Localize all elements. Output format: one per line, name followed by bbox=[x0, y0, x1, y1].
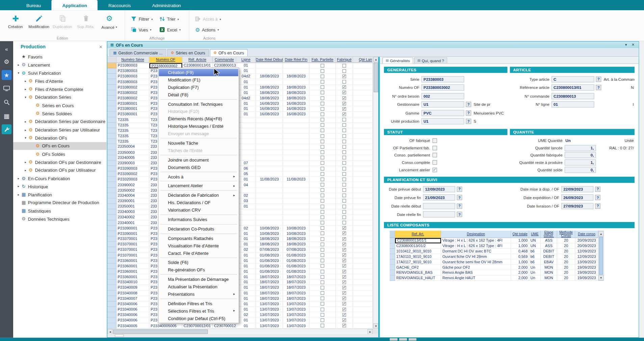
field-input[interactable]: 21/09/2023 bbox=[423, 194, 455, 200]
row-selector[interactable] bbox=[107, 150, 117, 155]
context-menu-item-re-generation-ofs[interactable]: Re-génération OFs bbox=[159, 266, 238, 274]
cell-numero-serie[interactable]: 23390001 bbox=[117, 198, 149, 204]
cell-date-reel-fin[interactable] bbox=[283, 209, 309, 215]
checkbox[interactable] bbox=[342, 264, 346, 268]
cell-fabrique[interactable] bbox=[336, 264, 353, 269]
cell-date-reel-debut[interactable]: 18/08/2023 bbox=[256, 90, 283, 96]
cell-qte-lancee[interactable] bbox=[353, 193, 373, 198]
row-selector[interactable] bbox=[107, 236, 117, 242]
tab-ofs-en-cours[interactable]: ⚙OFs en Cours bbox=[210, 49, 248, 56]
nav-item-files-d-attente[interactable]: ▸⚙Files d'Attente bbox=[13, 77, 107, 85]
cell-date-reel-debut[interactable] bbox=[256, 133, 283, 139]
cell-date-reel-debut[interactable] bbox=[256, 166, 283, 171]
field-input[interactable]: 0, bbox=[565, 167, 596, 173]
cell-fabrique[interactable] bbox=[336, 253, 353, 258]
cell-ume[interactable]: Un bbox=[529, 270, 541, 275]
checkbox[interactable] bbox=[320, 259, 324, 263]
cell-date-reel-fin[interactable]: 16/08/2023 bbox=[283, 101, 309, 106]
select-all-corner[interactable] bbox=[107, 57, 117, 63]
field-input[interactable] bbox=[423, 211, 455, 217]
context-menu-item-ma-presentation-de-demarrage[interactable]: Ma Présentation de Démarrage bbox=[159, 276, 238, 283]
checkbox[interactable] bbox=[342, 183, 346, 187]
cell-date-reel-debut[interactable]: 01/08/2023 bbox=[256, 264, 283, 269]
cell-date-reel-fin[interactable]: 13/07/2023 bbox=[283, 323, 309, 328]
checkbox[interactable] bbox=[342, 286, 346, 290]
cell-etape-conso[interactable]: MON bbox=[541, 270, 557, 275]
cell-fabrique[interactable] bbox=[336, 323, 353, 328]
composants-scroll-thumb[interactable] bbox=[599, 237, 603, 275]
context-menu-item-his-declarations-of[interactable]: His. Déclarations / OF bbox=[159, 199, 238, 206]
context-menu-item-actualiser-la-presentation[interactable]: Actualiser la Présentation bbox=[159, 283, 238, 290]
composant-column-date-conso[interactable]: Date conso bbox=[575, 230, 598, 238]
cell-fab-partielle[interactable] bbox=[309, 90, 336, 96]
cell-numero-serie[interactable]: P23360001 bbox=[117, 274, 149, 280]
row-selector[interactable] bbox=[107, 301, 117, 307]
cell-ume[interactable]: b6 bbox=[529, 260, 541, 265]
nav-item-declaration-ofs-par-utilisateur[interactable]: ▸⚙Déclaration OFs par Utilisateur bbox=[13, 166, 107, 174]
cell-numero-serie[interactable]: P23390003 bbox=[117, 166, 149, 171]
cell-etape-conso[interactable]: DEBIT bbox=[541, 249, 557, 254]
cell-ligne[interactable]: 07 bbox=[236, 161, 256, 166]
cell-fabrique[interactable] bbox=[336, 139, 353, 144]
cell-ligne[interactable] bbox=[236, 123, 256, 128]
row-selector[interactable] bbox=[107, 182, 117, 188]
cell-date-reel-fin[interactable] bbox=[283, 193, 309, 198]
cell-date-reel-fin[interactable] bbox=[283, 123, 309, 128]
cell-date-reel-debut[interactable] bbox=[256, 161, 283, 166]
cell-date-reel-debut[interactable]: 18/07/2023 bbox=[256, 274, 283, 280]
composant-column-etape-conso[interactable]: Etape conso. bbox=[541, 230, 557, 238]
row-selector[interactable] bbox=[107, 117, 117, 123]
cell-date-reel-debut[interactable]: 10/08/2023 bbox=[256, 231, 283, 236]
cell-fabrique[interactable] bbox=[336, 144, 353, 150]
field-input[interactable]: 12/09/2023 bbox=[423, 186, 455, 192]
context-menu-item-selections-filtres-et-tris[interactable]: Sélections Filtres et Tris▸ bbox=[159, 307, 238, 315]
cell-fabrique[interactable] bbox=[336, 285, 353, 291]
cell-date-conso[interactable]: 12/09/2023 bbox=[575, 249, 598, 254]
cell-fab-partielle[interactable] bbox=[309, 285, 336, 291]
cell-date-reel-fin[interactable] bbox=[283, 188, 309, 193]
field-input[interactable]: 0, bbox=[565, 152, 596, 158]
checkbox[interactable] bbox=[320, 123, 324, 127]
cell-date-reel-fin[interactable]: 01/08/2023 bbox=[283, 253, 309, 258]
cell-date-reel-debut[interactable]: 18/08/2023 bbox=[256, 96, 283, 101]
cell-ume[interactable]: UN bbox=[529, 243, 541, 249]
cell-fab-partielle[interactable] bbox=[309, 247, 336, 253]
checkbox[interactable] bbox=[342, 291, 346, 295]
row-selector[interactable] bbox=[107, 171, 117, 177]
checkbox[interactable] bbox=[433, 139, 437, 143]
duplication-button[interactable]: Duplication bbox=[51, 11, 74, 35]
cell-designation[interactable]: Ouvrant fiche OV HI 28mm bbox=[441, 254, 511, 260]
cell-fabrique[interactable] bbox=[336, 269, 353, 274]
cell-numero-serie[interactable]: P23370001 bbox=[117, 236, 149, 242]
cell-fabrique[interactable] bbox=[336, 68, 353, 74]
cell-fabrique[interactable] bbox=[336, 188, 353, 193]
field-input[interactable]: U1 bbox=[421, 101, 464, 107]
row-selector[interactable] bbox=[107, 253, 117, 258]
cell-fab-partielle[interactable] bbox=[309, 280, 336, 285]
cell-numero-serie[interactable]: P23340006 bbox=[117, 318, 149, 323]
cell-date-reel-fin[interactable] bbox=[283, 220, 309, 225]
cell-date-reel-fin[interactable]: 18/08/2023 bbox=[283, 96, 309, 101]
checkbox[interactable] bbox=[320, 129, 324, 132]
cell-date-reel-debut[interactable] bbox=[256, 193, 283, 198]
cell-etape-conso[interactable]: DEBIT bbox=[541, 254, 557, 260]
cell-date-reel-fin[interactable]: 13/07/2023 bbox=[283, 307, 309, 312]
actions-button[interactable]: ⚙ Actions ▾ bbox=[194, 26, 223, 34]
context-menu-item-historique-messages-entite[interactable]: Historique Messages / Entité bbox=[159, 122, 238, 130]
field-input[interactable]: P23380003002 bbox=[421, 84, 464, 91]
checkbox[interactable] bbox=[433, 146, 437, 150]
expanded-arrow-icon[interactable]: ▾ bbox=[23, 95, 27, 99]
cell-date-reel-fin[interactable]: 13/07/2023 bbox=[283, 312, 309, 318]
checkbox[interactable] bbox=[342, 167, 346, 170]
cell-fab-partielle[interactable] bbox=[309, 307, 336, 312]
context-menu-item-declaration-co-produits[interactable]: Déclaration Co-Produits bbox=[159, 225, 238, 233]
window-close-icon[interactable]: ✕ bbox=[630, 43, 636, 47]
cell-qte-lancee[interactable] bbox=[353, 133, 373, 139]
row-selector[interactable] bbox=[107, 85, 117, 90]
cell-date-reel-debut[interactable]: 13/07/2023 bbox=[256, 318, 283, 323]
cell-date-reel-debut[interactable] bbox=[256, 220, 283, 225]
cell-date-reel-fin[interactable]: 18/08/2023 bbox=[283, 242, 309, 247]
checkbox[interactable] bbox=[320, 156, 324, 160]
row-selector[interactable] bbox=[390, 265, 395, 270]
cell-numero-serie[interactable]: P23370001 bbox=[117, 242, 149, 247]
